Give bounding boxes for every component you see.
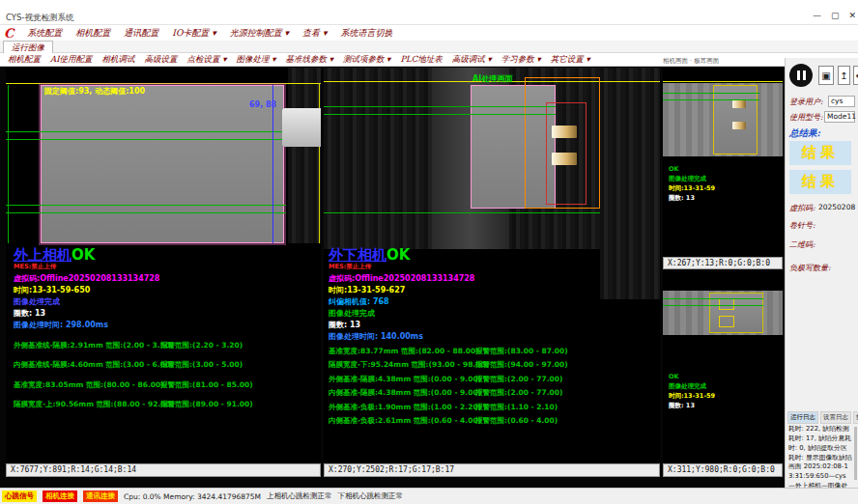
log-tab-run[interactable]: 运行日志 [787,411,818,424]
green-scan-line [6,139,286,140]
cell-region [41,85,284,243]
menu-system-config[interactable]: 系统配置 [27,27,62,40]
process-time: 图像处理时间: 298.00ms [14,322,253,329]
mid-camera-title: 外下相机 [329,246,386,264]
login-user-label: 登录用户: [789,97,823,107]
tab-run-image[interactable]: 运行图像 [3,41,53,53]
tab-blob [732,100,746,108]
yellow-roi-box [719,298,734,310]
enter-button[interactable]: ↵ [853,66,858,85]
measurement-row: 隔膜宽度-上:90.56mm 范围:(88.00 - 92.00) 报警范围:(… [14,401,253,408]
alarm-range: 报警范围:(83.00 - 87.00) [475,348,568,355]
alarm-range: 报警范围:(1.10 - 2.10) [475,404,558,411]
pause-button[interactable] [789,64,813,87]
virtual-code: 虚拟码:Offline20250208133134728 [14,275,253,283]
menu-comm-config[interactable]: 通讯配置 [124,27,158,40]
tool-other-settings[interactable]: 其它设置 ▾ [551,54,590,66]
tool-spotcheck-settings[interactable]: 点检设置 ▾ [187,54,227,66]
menu-light-config[interactable]: 光源控制配置 ▾ [230,27,289,40]
tool-ai-config[interactable]: AI使用配置 [50,54,93,66]
green-scan-line [663,305,763,306]
measurement-row: 基准宽度:83.05mm 范围:(80.00 - 86.00) 报警范围:(81… [14,381,253,389]
measurement-row: 外侧基准-隔膜:4.38mm 范围:(0.00 - 9.00) 报警范围:(2.… [329,376,568,383]
mini-status-line: 图像处理完成 [669,174,715,183]
result-box-2: 结果 [789,170,851,194]
menubar: C 系统配置 相机配置 通讯配置 IO卡配置 ▾ 光源控制配置 ▾ 查看 ▾ 系… [0,25,858,41]
right-bottom-text-block: OK 图像处理完成 时间:13-31-59 圈数: 13 [669,372,715,410]
toolbar: 相机配置 AI使用配置 相机调试 高级设置 点检设置 ▾ 图像处理 ▾ 基准线参… [0,53,858,67]
tool-test-params[interactable]: 测试项参数 ▾ [343,54,390,66]
vcode-value: 20250208 [818,203,855,211]
menu-view[interactable]: 查看 ▾ [302,27,327,40]
yellow-guide-line [319,83,320,243]
maximize-button[interactable]: ▢ [831,11,840,20]
titlebar: CYS-视觉检测系统 — ▢ ✕ [0,0,858,25]
menu-camera-config[interactable]: 相机配置 [75,27,110,40]
yellow-guide-line [663,81,783,82]
right-top-coordinate-strip: X:267;Y:13;R:0;G:0;B:0 [663,257,783,269]
close-button[interactable]: ✕ [848,11,856,20]
alarm-range: 报警范围:(81.00 - 85.00) [160,381,253,389]
tabstrip: 运行图像 [0,41,858,53]
measurement-row: 外侧基准-负极:1.90mm 范围:(1.00 - 2.20) 报警范围:(1.… [329,404,568,411]
measurement-row: 隔膜宽度-下:95.24mm 范围:(93.00 - 98.00) 报警范围:(… [329,361,568,369]
camera-snapshot-button[interactable]: ▣ [818,66,834,85]
process-status: 图像处理完成 [14,298,253,306]
measurement-value: 基准宽度:83.77mm 范围:(82.00 - 88.00) [329,348,475,355]
right-top-view[interactable]: OK 图像处理完成 时间:13-31-59 圈数: 13 [663,68,783,257]
window-title: CYS-视觉检测系统 [6,13,73,24]
mini-status-line: OK [669,164,715,174]
mid-camera-view[interactable]: AI处理画面 外下相机OK MES:禁止上传 虚拟码:Offline202502… [324,68,660,463]
log-tab-alarm[interactable]: 报警日志 [853,411,858,424]
tool-image-processing[interactable]: 图像处理 ▾ [236,54,275,66]
pin-label: 卷针号: [789,220,815,231]
upper-camera-heartbeat: 上相机心跳检测正常 [267,491,332,501]
green-scan-line [324,114,556,115]
mini-status-line: 时间:13-31-59 [669,391,715,401]
measurement-value: 内侧基准-隔膜:4.38mm 范围:(0.00 - 9.00) [329,389,475,397]
yellow-roi-box [719,316,734,327]
menu-language-switch[interactable]: 系统语言切换 [340,27,392,40]
measurement-value: 外侧基准-负极:1.90mm 范围:(1.00 - 2.20) [329,404,475,411]
cell-region [713,85,758,154]
green-scan-line [663,99,759,100]
minimize-button[interactable]: — [813,11,821,20]
capture-time: 时间:13-31-59-650 [14,287,253,294]
tool-advanced-debug[interactable]: 高级调试 ▾ [452,54,492,66]
menu-io-config[interactable]: IO卡配置 ▾ [172,27,215,40]
mini-status-line: OK [669,372,715,381]
tab-connector-shape [282,108,321,147]
measurement-row: 外侧基准线-隔膜:2.91mm 范围:(2.00 - 3.50) 报警范围:(2… [14,342,253,350]
tool-learning-params[interactable]: 学习参数 ▾ [501,54,541,66]
measurement-value: 外侧基准-隔膜:4.38mm 范围:(0.00 - 9.00) [329,376,475,383]
upload-button[interactable]: ↥ [838,66,850,85]
tool-baseline-params[interactable]: 基准线参数 ▾ [285,54,332,66]
tool-camera-debug[interactable]: 相机调试 [102,54,135,66]
log-scrollbar[interactable] [854,427,857,480]
left-result-block: 外上相机OK MES:禁止上传 虚拟码:Offline2025020813313… [14,247,253,408]
tool-camera-config[interactable]: 相机配置 [8,54,41,66]
login-user-field[interactable]: cys [828,96,855,107]
model-field[interactable]: Mode11 [824,111,855,123]
mini-status-line: 时间:13-31-59 [669,183,715,193]
mini-status-line: 图像处理完成 [669,381,715,391]
alarm-range: 报警范围:(2.00 - 77.00) [475,389,562,397]
negative-count-label: 负极写数量: [789,263,831,273]
right-bottom-view[interactable]: OK 图像处理完成 时间:13-31-59 圈数: 13 [663,269,783,463]
heartbeat-badge: 心跳信号 [2,490,37,502]
process-time: 图像处理时间: 140.00ms [329,333,568,341]
tab-blob [552,126,577,138]
mes-status: MES:禁止上传 [329,264,568,270]
alarm-range: 报警范围:(2.20 - 3.20) [160,342,243,350]
virtual-code: 虚拟码:Offline20250208133134728 [329,275,568,283]
vcode-label: 虚拟码: [789,203,815,213]
log-tab-settings[interactable]: 设置日志 [820,411,851,424]
tool-plc-address[interactable]: PLC地址表 [400,54,442,66]
measurement-value: 隔膜宽度-下:95.24mm 范围:(93.00 - 98.00) [329,361,475,369]
cpu-memory-status: Cpu: 0.0% Memory: 3424.41796875M [124,492,261,501]
left-camera-view[interactable]: 固定阈值:93, 动态阈值:100 69, 88 外上相机OK MES:禁止上传… [6,68,321,463]
tool-advanced-settings[interactable]: 高级设置 [145,54,178,66]
mid-result-block: 外下相机OK MES:禁止上传 虚拟码:Offline2025020813313… [329,247,568,425]
loop-count: 圈数: 13 [329,322,568,329]
alarm-range: 报警范围:(94.00 - 97.00) [475,361,568,369]
